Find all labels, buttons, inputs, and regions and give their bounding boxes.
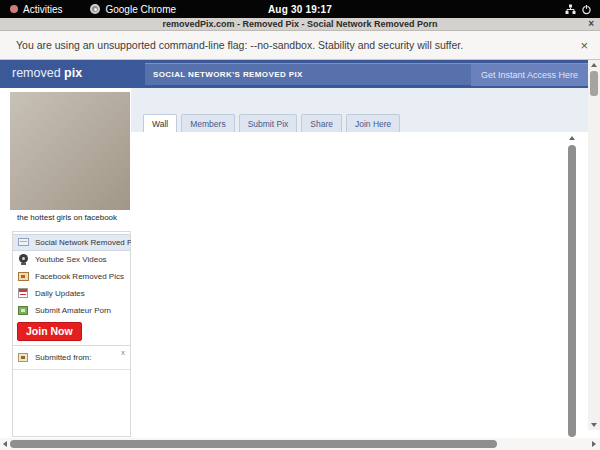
sidebar-item-submit-amateur-porn[interactable]: Submit Amateur Porn: [13, 302, 130, 319]
profile-photo-placeholder: [10, 92, 130, 210]
network-icon[interactable]: [565, 4, 576, 15]
sidebar-item-youtube-sex-videos[interactable]: Youtube Sex Videos: [13, 251, 130, 268]
page-horizontal-scrollbar[interactable]: [0, 438, 600, 450]
chrome-infobar: You are using an unsupported command-lin…: [0, 31, 600, 60]
site-logo[interactable]: removed pix: [12, 66, 82, 80]
menu-label: Facebook Removed Pics: [35, 272, 124, 281]
tab-label: Join Here: [355, 119, 391, 129]
scroll-left-icon[interactable]: [3, 441, 7, 447]
tab-wall[interactable]: Wall: [143, 114, 177, 132]
power-icon[interactable]: [581, 4, 592, 15]
sidebar-item-daily-updates[interactable]: Daily Updates: [13, 285, 130, 302]
tab-share[interactable]: Share: [301, 114, 342, 132]
tab-label: Share: [310, 119, 333, 129]
menu-label: Youtube Sex Videos: [35, 255, 107, 264]
content-scrollbar-thumb[interactable]: [568, 145, 576, 437]
tab-label: Members: [190, 119, 225, 129]
content-vertical-scrollbar[interactable]: [567, 133, 578, 448]
window-close-icon[interactable]: ×: [588, 18, 594, 31]
tab-join-here[interactable]: Join Here: [346, 114, 400, 132]
tan-photo-icon: [18, 352, 31, 363]
header-banner: SOCIAL NETWORK'S REMOVED PIX Get Instant…: [145, 63, 588, 85]
wall-tab-strip: Wall Members Submit Pix Share Join Here: [143, 114, 400, 132]
scroll-up-icon[interactable]: [569, 136, 575, 140]
page-scrollbar-thumb[interactable]: [590, 71, 598, 96]
site-header: removed pix SOCIAL NETWORK'S REMOVED PIX…: [0, 60, 600, 88]
scroll-right-icon[interactable]: [592, 441, 596, 447]
sidebar-item-facebook-removed-pics[interactable]: Facebook Removed Pics: [13, 268, 130, 285]
menu-label: Daily Updates: [35, 289, 85, 298]
wall-content-area: [131, 132, 588, 438]
sidebar-item-social-network-removed-porn[interactable]: Social Network Removed Porn: [13, 234, 130, 251]
tab-label: Submit Pix: [248, 119, 289, 129]
logo-light: removed: [12, 66, 64, 80]
scroll-up-icon[interactable]: [591, 63, 597, 67]
scroll-down-icon[interactable]: [591, 423, 597, 427]
submitted-from-label: Submitted from:: [35, 353, 91, 362]
horizontal-scrollbar-thumb[interactable]: [10, 440, 497, 448]
get-access-link[interactable]: Get Instant Access Here: [471, 64, 588, 86]
menu-label: Submit Amateur Porn: [35, 306, 111, 315]
page-vertical-scrollbar[interactable]: [588, 60, 600, 430]
webcam-icon: [18, 254, 31, 265]
tab-submit-pix[interactable]: Submit Pix: [239, 114, 298, 132]
window-title-bar: removedPix.com - Removed Pix - Social Ne…: [0, 18, 600, 31]
submitted-close-icon[interactable]: x: [121, 348, 125, 357]
join-now-button[interactable]: Join Now: [17, 322, 82, 341]
infobar-close-icon[interactable]: ×: [580, 38, 588, 53]
calendar-icon: [18, 288, 31, 299]
clock-label: Aug 30 19:17: [268, 4, 332, 15]
system-top-bar: Activities Google Chrome Aug 30 19:17: [0, 0, 600, 18]
logo-bold: pix: [64, 66, 82, 80]
note-icon: [18, 237, 31, 248]
window-title: removedPix.com - Removed Pix - Social Ne…: [162, 19, 437, 29]
photo-caption: the hottest girls on facebook: [17, 213, 117, 222]
infobar-message: You are using an unsupported command-lin…: [16, 39, 463, 51]
banner-title: SOCIAL NETWORK'S REMOVED PIX: [153, 70, 303, 79]
system-tray: [565, 4, 592, 15]
tab-members[interactable]: Members: [181, 114, 234, 132]
clock[interactable]: Aug 30 19:17: [0, 4, 600, 15]
photo-icon: [18, 271, 31, 282]
menu-label: Social Network Removed Porn: [35, 238, 144, 247]
tab-label: Wall: [152, 119, 168, 129]
submitted-from-row: Submitted from: x: [13, 346, 130, 370]
sidebar-menu: Social Network Removed Porn Youtube Sex …: [12, 231, 131, 437]
green-photo-icon: [18, 305, 31, 316]
